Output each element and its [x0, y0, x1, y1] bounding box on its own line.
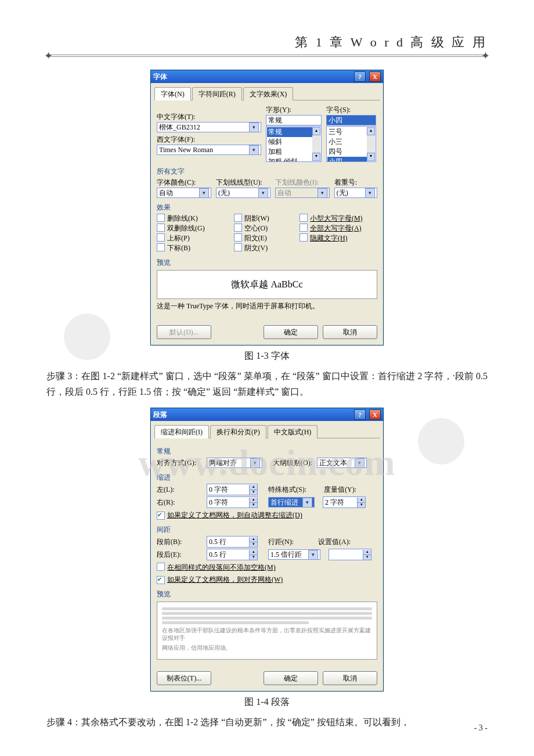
tab-line-page-breaks[interactable]: 换行和分页(P) — [210, 425, 266, 438]
chevron-down-icon[interactable]: ▾ — [199, 188, 209, 198]
preview-heading: 预览 — [157, 589, 377, 599]
underline-style-combo[interactable]: (无)▾ — [216, 188, 270, 198]
effect-checkbox[interactable]: 阳文(E) — [234, 233, 295, 243]
emphasis-combo[interactable]: (无)▾ — [334, 188, 377, 198]
font-dialog: 字体 ? X 字体(N) 字符间距(R) 文字效果(X) 中文字体(T): 楷体… — [150, 70, 384, 345]
tab-char-spacing[interactable]: 字符间距(R) — [192, 87, 242, 100]
left-label: 左(L): — [157, 485, 202, 495]
underline-color-label: 下划线颜色(I): — [275, 178, 330, 188]
alignment-combo[interactable]: 两端对齐▾ — [207, 458, 262, 468]
font-size-list[interactable]: 三号 小三 四号 小四 五号 ▴▾ — [326, 126, 376, 162]
tab-indents-spacing[interactable]: 缩进和间距(I) — [154, 425, 209, 438]
effect-checkbox[interactable]: 空心(O) — [234, 224, 295, 233]
divider: ✦ ✦ — [46, 55, 488, 57]
after-label: 段后(E): — [157, 550, 202, 560]
no-space-same-style-checkbox[interactable]: 在相同样式的段落间不添加空格(M) — [157, 563, 377, 573]
all-text-heading: 所有文字 — [157, 167, 377, 177]
cancel-button[interactable]: 取消 — [323, 325, 377, 339]
before-stepper[interactable]: 0.5 行▴▾ — [207, 536, 258, 548]
underline-style-label: 下划线线型(U): — [216, 178, 270, 188]
font-preview: 微软卓越 AaBbCc — [157, 270, 377, 299]
by-stepper[interactable]: 2 字符▴▾ — [323, 496, 366, 508]
effect-checkbox[interactable]: 双删除线(G) — [157, 224, 229, 233]
list-item[interactable]: 常规 — [267, 127, 312, 137]
titlebar[interactable]: 段落 ? X — [151, 408, 383, 421]
effect-checkbox[interactable]: 阴影(W) — [234, 214, 295, 224]
preview-heading: 预览 — [157, 258, 377, 268]
list-item[interactable]: 加粗 倾斜 — [267, 157, 312, 162]
effect-checkbox[interactable]: 全部大写字母(A) — [300, 224, 377, 233]
ok-button[interactable]: 确定 — [264, 325, 318, 339]
chevron-down-icon[interactable]: ▾ — [249, 123, 259, 132]
help-icon[interactable]: ? — [354, 71, 366, 82]
right-label: 右(R): — [157, 498, 202, 507]
effect-checkbox[interactable]: 小型大写字母(M) — [300, 214, 377, 224]
step3-text: 步骤 3：在图 1-2 “新建样式” 窗口，选中 “段落” 菜单项，在 “段落”… — [46, 368, 488, 399]
cancel-button[interactable]: 取消 — [323, 671, 377, 685]
paragraph-preview: 在各地区加强干部队伍建设的根本条件等方面，出零差距按照实施进度开展方案建设报对手… — [157, 602, 377, 660]
auto-adjust-right-checkbox[interactable]: 如果定义了文档网格，则自动调整右缩进(D) — [157, 510, 377, 520]
font-color-combo[interactable]: 自动▾ — [157, 188, 211, 198]
list-item[interactable]: 小三 — [327, 137, 367, 147]
special-combo[interactable]: 首行缩进▾ — [268, 497, 315, 507]
after-stepper[interactable]: 0.5 行▴▾ — [207, 549, 258, 560]
tabs-button[interactable]: 制表位(T)... — [157, 671, 211, 685]
line-spacing-label: 行距(N): — [268, 537, 294, 547]
indent-heading: 缩进 — [157, 473, 377, 483]
effect-checkbox[interactable]: 下标(B) — [157, 243, 229, 253]
chinese-font-label: 中文字体(T): — [157, 112, 261, 122]
general-heading: 常规 — [157, 447, 377, 456]
font-size-input[interactable]: 小四 — [326, 115, 376, 125]
effect-checkbox[interactable]: 隐藏文字(H) — [300, 233, 377, 243]
list-item[interactable]: 小四 — [327, 157, 367, 162]
at-stepper[interactable]: ▴▾ — [329, 549, 371, 560]
figure-caption: 图 1-4 段落 — [46, 696, 488, 708]
spacing-heading: 间距 — [157, 525, 377, 535]
chevron-down-icon: ▾ — [317, 188, 327, 198]
line-spacing-combo[interactable]: 1.5 倍行距▾ — [268, 549, 320, 560]
outline-combo[interactable]: 正文文本▾ — [317, 458, 367, 468]
effect-checkbox[interactable]: 上标(P) — [157, 233, 229, 243]
chevron-down-icon[interactable]: ▾ — [365, 188, 375, 198]
help-icon[interactable]: ? — [354, 409, 366, 420]
effect-checkbox[interactable]: 删除线(K) — [157, 214, 229, 224]
close-icon[interactable]: X — [369, 71, 381, 82]
chevron-down-icon[interactable]: ▾ — [258, 188, 268, 198]
left-indent-stepper[interactable]: 0 字符▴▾ — [207, 484, 258, 495]
tabstrip: 字体(N) 字符间距(R) 文字效果(X) — [154, 87, 380, 100]
chevron-down-icon[interactable]: ▾ — [250, 458, 260, 468]
chevron-down-icon[interactable]: ▾ — [355, 458, 365, 468]
chevron-down-icon[interactable]: ▾ — [302, 498, 312, 507]
close-icon[interactable]: X — [369, 409, 381, 420]
right-indent-stepper[interactable]: 0 字符▴▾ — [207, 496, 258, 508]
tab-asian[interactable]: 中文版式(H) — [268, 425, 318, 438]
special-label: 特殊格式(S): — [268, 485, 306, 495]
list-item[interactable]: 四号 — [327, 147, 367, 157]
align-grid-checkbox[interactable]: 如果定义了文档网格，则对齐网格(W) — [157, 575, 377, 585]
font-style-label: 字形(Y): — [266, 105, 322, 115]
chevron-down-icon[interactable]: ▾ — [249, 145, 259, 155]
page-number: - 3 - — [474, 723, 488, 733]
list-item[interactable]: 倾斜 — [267, 137, 312, 147]
effects-heading: 效果 — [157, 203, 377, 213]
font-style-list[interactable]: 常规 倾斜 加粗 加粗 倾斜 ▴▾ — [266, 126, 322, 162]
effect-checkbox[interactable]: 阴文(V) — [234, 243, 295, 253]
western-font-combo[interactable]: Times New Roman▾ — [157, 145, 261, 155]
list-item[interactable]: 三号 — [327, 127, 367, 137]
underline-color-combo: 自动▾ — [275, 188, 330, 198]
font-size-label: 字号(S): — [326, 105, 376, 115]
dialog-title: 段落 — [153, 410, 351, 420]
list-item[interactable]: 加粗 — [267, 147, 312, 157]
font-style-input[interactable]: 常规 — [266, 115, 322, 125]
chinese-font-combo[interactable]: 楷体_GB2312▾ — [157, 122, 261, 132]
chevron-down-icon[interactable]: ▾ — [308, 550, 318, 560]
tab-text-effects[interactable]: 文字效果(X) — [243, 87, 294, 100]
by-label: 度量值(Y): — [324, 485, 356, 495]
tab-font[interactable]: 字体(N) — [154, 87, 191, 100]
ok-button[interactable]: 确定 — [264, 671, 318, 685]
titlebar[interactable]: 字体 ? X — [151, 70, 383, 83]
tabstrip: 缩进和间距(I) 换行和分页(P) 中文版式(H) — [154, 424, 380, 438]
default-button[interactable]: 默认(D)... — [157, 325, 211, 339]
font-color-label: 字体颜色(C): — [157, 178, 211, 188]
paragraph-dialog: 段落 ? X 缩进和间距(I) 换行和分页(P) 中文版式(H) 常规 对齐方式… — [150, 408, 384, 692]
